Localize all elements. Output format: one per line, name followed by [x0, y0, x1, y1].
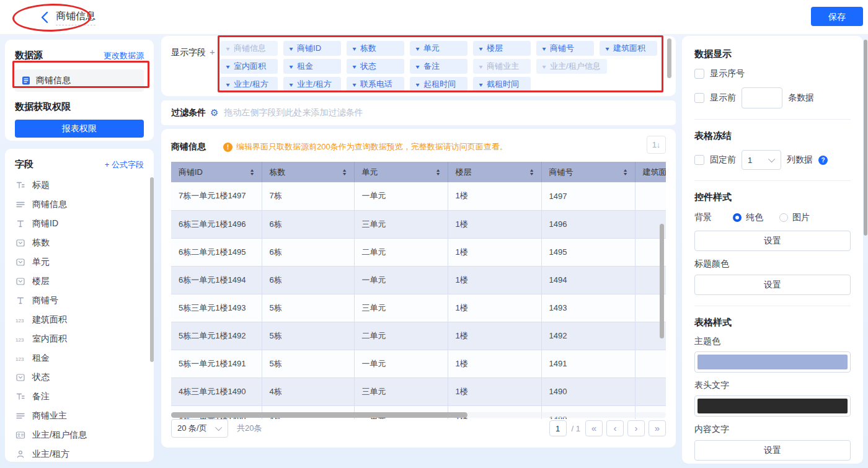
sort-icon[interactable]: ▲▼: [529, 169, 534, 176]
row-count-input[interactable]: [742, 87, 782, 108]
field-item[interactable]: 标题: [15, 175, 144, 195]
display-field-chip[interactable]: ▾业主/租户信息: [536, 59, 607, 74]
field-item[interactable]: 商铺信息: [15, 195, 144, 214]
field-item[interactable]: 业主/租户信息: [15, 425, 144, 444]
field-item[interactable]: 备注: [15, 387, 144, 406]
fields-scrollbar[interactable]: [150, 177, 154, 362]
radio-unselected-icon[interactable]: [779, 213, 788, 222]
display-field-chip[interactable]: ▾联系电话: [347, 77, 404, 92]
display-field-chip[interactable]: ▾建筑面积: [600, 41, 657, 56]
chip-label: 建筑面积: [613, 43, 645, 54]
table-cell: 1楼: [448, 210, 541, 238]
table-vertical-scrollbar[interactable]: [660, 224, 664, 338]
save-button[interactable]: 保存: [811, 7, 863, 26]
display-field-chip[interactable]: ▾状态: [347, 59, 404, 74]
field-item[interactable]: 123建筑面积: [15, 310, 144, 329]
field-item[interactable]: 商铺ID: [15, 214, 144, 233]
field-item[interactable]: 状态: [15, 368, 144, 387]
column-header[interactable]: 商铺ID▲▼: [171, 162, 262, 182]
freeze-checkbox[interactable]: [694, 155, 704, 165]
column-header[interactable]: 栋数▲▼: [262, 162, 354, 182]
formula-field-link[interactable]: + 公式字段: [105, 159, 144, 170]
image-option[interactable]: 图片: [779, 212, 810, 223]
solid-color-option[interactable]: 纯色: [733, 212, 763, 223]
field-item[interactable]: 楼层: [15, 272, 144, 291]
content-text-set-button[interactable]: 设置: [694, 440, 851, 461]
settings-scrollbar[interactable]: [864, 40, 867, 236]
sort-icon[interactable]: ▲▼: [436, 169, 440, 176]
display-field-chip[interactable]: ▾商铺ID: [283, 41, 341, 56]
help-icon[interactable]: ?: [818, 156, 828, 165]
radio-selected-icon[interactable]: [733, 213, 742, 222]
table-row[interactable]: 5栋二单元1楼14925栋二单元1楼1492: [171, 322, 666, 350]
display-field-chip[interactable]: ▾单元: [410, 41, 467, 56]
table-cell: [635, 350, 666, 377]
header-text-picker[interactable]: [694, 395, 851, 417]
display-field-chip[interactable]: ▾业主/租方: [220, 77, 278, 92]
field-item[interactable]: 123租金: [15, 348, 144, 368]
theme-color-picker[interactable]: [694, 351, 851, 373]
filter-dropzone-placeholder[interactable]: 拖动左侧字段到此处来添加过滤条件: [224, 107, 363, 118]
display-field-chip[interactable]: ▾备注: [410, 59, 467, 74]
horizontal-scrollbar[interactable]: [171, 412, 666, 418]
table-row[interactable]: 5栋三单元1楼14935栋三单元1楼1493: [171, 294, 666, 322]
background-set-button[interactable]: 设置: [694, 231, 851, 251]
document-icon: [21, 76, 31, 86]
page-number-input[interactable]: [549, 420, 567, 436]
table-row[interactable]: 6栋一单元1楼14946栋一单元1楼1494: [171, 266, 666, 294]
freeze-count-select[interactable]: 1: [742, 150, 781, 170]
page-title[interactable]: 商铺信息: [56, 10, 95, 25]
chips-scrollbar[interactable]: [667, 38, 671, 78]
column-header[interactable]: 楼层▲▼: [448, 162, 541, 182]
table-row[interactable]: 7栋一单元1楼14977栋一单元1楼1497: [171, 182, 666, 210]
display-field-chip[interactable]: ▾起租时间: [410, 77, 467, 92]
field-item[interactable]: 栋数: [15, 233, 144, 252]
display-field-chip[interactable]: ▾楼层: [473, 41, 531, 56]
display-field-chip[interactable]: ▾室内面积: [220, 59, 278, 74]
column-header[interactable]: 商铺号▲▼: [541, 162, 635, 182]
page-size-select[interactable]: 20 条/页: [171, 419, 228, 438]
sort-order-icon[interactable]: 1↓: [647, 136, 666, 154]
table-row[interactable]: 6栋三单元1楼14966栋三单元1楼1496: [171, 210, 666, 238]
sort-icon[interactable]: ▲▼: [250, 169, 254, 176]
first-page-icon[interactable]: «: [585, 420, 603, 436]
title-color-set-button[interactable]: 设置: [694, 275, 851, 295]
last-page-icon[interactable]: »: [649, 420, 666, 436]
display-field-chip[interactable]: ▾商铺业主: [473, 59, 531, 74]
field-item[interactable]: 商铺号: [15, 291, 144, 310]
chevron-down-icon: ▾: [415, 45, 419, 52]
column-header[interactable]: 单元▲▼: [354, 162, 448, 182]
next-page-icon[interactable]: ›: [627, 420, 645, 436]
display-field-chip[interactable]: ▾业主/租方: [283, 77, 341, 92]
gear-icon[interactable]: ⚙: [210, 107, 218, 118]
table-cell: 1楼: [448, 350, 541, 377]
report-permission-button[interactable]: 报表权限: [15, 120, 144, 138]
back-icon[interactable]: [40, 11, 51, 24]
show-index-checkbox[interactable]: [694, 69, 704, 79]
display-field-chip[interactable]: ▾栋数: [347, 41, 404, 56]
field-item[interactable]: 业主/租方: [15, 444, 144, 462]
datasource-item[interactable]: 商铺信息: [15, 69, 144, 92]
form-icon: [15, 200, 26, 210]
display-field-chip[interactable]: ▾租金: [283, 59, 341, 74]
table-row[interactable]: 5栋一单元1楼14915栋一单元1楼1491: [171, 350, 666, 377]
sort-icon[interactable]: ▲▼: [342, 169, 347, 176]
chevron-down-icon: [768, 156, 775, 162]
table-row[interactable]: 6栋二单元1楼14956栋二单元1楼1495: [171, 238, 666, 266]
display-field-chip[interactable]: ▾截租时间: [473, 77, 531, 92]
add-field-icon[interactable]: +: [210, 46, 215, 57]
table-row[interactable]: 4栋三单元1楼14904栋三单元1楼1490: [171, 377, 666, 405]
display-field-chip[interactable]: ▾商铺信息: [220, 41, 278, 56]
display-field-chip[interactable]: ▾商铺号: [536, 41, 594, 56]
change-datasource-link[interactable]: 更改数据源: [104, 50, 144, 61]
prev-page-icon[interactable]: ‹: [606, 420, 624, 436]
column-header[interactable]: 建筑面积▲▼: [635, 162, 666, 182]
field-item[interactable]: 单元: [15, 252, 144, 272]
field-item[interactable]: 123室内面积: [15, 329, 144, 348]
sort-icon[interactable]: ▲▼: [623, 169, 627, 176]
table-cell: 1491: [541, 350, 635, 377]
field-item[interactable]: 商铺业主: [15, 406, 144, 425]
show-front-checkbox[interactable]: [694, 93, 704, 103]
horizontal-scrollbar-thumb[interactable]: [171, 412, 467, 418]
show-index-row: 显示序号: [694, 68, 851, 79]
